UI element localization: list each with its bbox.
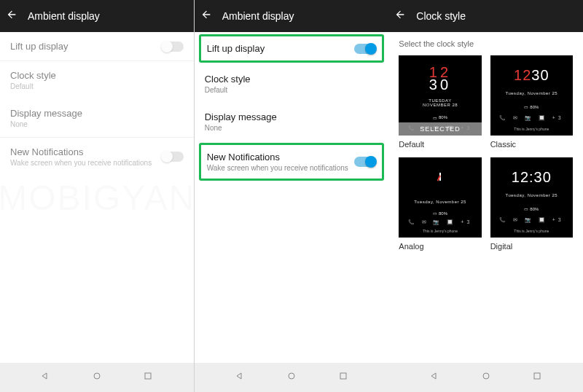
clock-style-analog[interactable]: Tuesday, November 25 ▭ 80% 📞 ✉ 📷 🔲 +3 Th… xyxy=(399,157,481,251)
nav-back-icon[interactable] xyxy=(234,370,246,385)
row-label: Lift up display xyxy=(207,43,265,54)
clock-owner: This is Jenny's phone xyxy=(514,229,549,233)
nav-back-icon[interactable] xyxy=(39,370,51,385)
android-navbar xyxy=(0,363,194,392)
nav-back-icon[interactable] xyxy=(429,370,440,385)
highlight-new-notifications: New Notifications Wake screen when you r… xyxy=(199,143,385,181)
clock-date: Tuesday, November 25 xyxy=(414,200,466,204)
back-arrow-icon[interactable] xyxy=(394,9,406,23)
nav-recents-icon[interactable] xyxy=(142,370,154,385)
clock-style-content: Select the clock style 12 30 TUESDAY NOV… xyxy=(388,32,583,363)
clock-date: Tuesday, November 25 xyxy=(505,193,557,197)
appbar: Ambient display xyxy=(0,0,194,32)
svg-rect-1 xyxy=(145,373,151,379)
clock-caption: Default xyxy=(399,140,481,149)
svg-rect-3 xyxy=(340,373,346,379)
switch-new-notifications[interactable] xyxy=(354,157,376,167)
clock-battery: ▭ 80% xyxy=(524,104,539,109)
nav-recents-icon[interactable] xyxy=(531,370,543,385)
row-label: Lift up display xyxy=(10,41,69,52)
row-lift-up-display[interactable]: Lift up display xyxy=(201,36,383,60)
clock-date: TUESDAY NOVEMBER 28 xyxy=(423,98,458,107)
clock-owner: This is Jenny's phone xyxy=(514,127,549,131)
row-label: Clock style xyxy=(10,70,56,81)
switch-new-notifications[interactable] xyxy=(162,152,184,162)
clock-date: Tuesday, November 25 xyxy=(505,91,557,95)
switch-lift-up-display[interactable] xyxy=(354,44,376,54)
selected-banner: SELECTED xyxy=(399,122,481,136)
back-arrow-icon[interactable] xyxy=(200,9,212,23)
clock-hour: 12 xyxy=(514,67,531,83)
row-sublabel: Default xyxy=(10,82,56,90)
clock-style-subheader: Select the clock style xyxy=(388,32,583,55)
row-label: New Notifications xyxy=(10,146,152,157)
row-sublabel: Default xyxy=(205,86,251,94)
row-sublabel: Wake screen when you receive notificatio… xyxy=(207,164,348,172)
appbar-title: Ambient display xyxy=(222,10,294,22)
row-new-notifications[interactable]: New Notifications Wake screen when you r… xyxy=(201,145,383,179)
pane-ambient-display-disabled: Ambient display MOBIGYAN Lift up display… xyxy=(0,0,195,392)
clock-time: 12:30 xyxy=(512,169,552,186)
clock-owner: This is Jenny's phone xyxy=(423,229,458,233)
row-new-notifications[interactable]: New Notifications Wake screen when you r… xyxy=(0,138,194,176)
clock-style-grid: 12 30 TUESDAY NOVEMBER 28 ▭ 80% 📞 ✉ 📷 🔲 … xyxy=(388,55,583,251)
clock-style-classic[interactable]: 1230 Tuesday, November 25 ▭ 80% 📞 ✉ 📷 🔲 … xyxy=(490,55,573,149)
svg-point-0 xyxy=(94,373,100,379)
row-sublabel: Wake screen when you receive notificatio… xyxy=(10,159,152,167)
row-label: Display message xyxy=(205,111,277,122)
row-sublabel: None xyxy=(10,120,82,128)
appbar-title: Clock style xyxy=(416,10,466,22)
appbar: Clock style xyxy=(388,0,583,32)
nav-home-icon[interactable] xyxy=(91,370,103,385)
android-navbar xyxy=(195,363,389,392)
android-navbar xyxy=(388,363,583,392)
appbar: Ambient display xyxy=(195,0,389,32)
row-label: New Notifications xyxy=(207,152,348,162)
svg-point-2 xyxy=(289,373,294,379)
analog-clock-icon xyxy=(428,168,453,193)
clock-icons-row: 📞 ✉ 📷 🔲 +3 xyxy=(499,115,564,121)
back-arrow-icon[interactable] xyxy=(6,9,17,23)
clock-style-digital[interactable]: 12:30 Tuesday, November 25 ▭ 80% 📞 ✉ 📷 🔲… xyxy=(490,157,573,251)
clock-icons-row: 📞 ✉ 📷 🔲 +3 xyxy=(408,219,473,225)
pane-ambient-display-enabled: Ambient display Lift up display Clock st… xyxy=(195,0,389,392)
clock-preview-digital: 12:30 Tuesday, November 25 ▭ 80% 📞 ✉ 📷 🔲… xyxy=(490,157,573,238)
svg-point-4 xyxy=(483,373,489,379)
row-label: Display message xyxy=(10,108,82,119)
clock-preview-analog: Tuesday, November 25 ▭ 80% 📞 ✉ 📷 🔲 +3 Th… xyxy=(399,157,481,238)
settings-list: MOBIGYAN Lift up display Clock style Def… xyxy=(0,32,194,363)
clock-minute: 30 xyxy=(429,79,451,91)
clock-preview-default: 12 30 TUESDAY NOVEMBER 28 ▭ 80% 📞 ✉ 📷 🔲 … xyxy=(399,55,481,136)
clock-battery: ▭ 80% xyxy=(433,115,447,120)
row-label: Clock style xyxy=(205,74,251,85)
watermark-text: MOBIGYAN xyxy=(0,178,195,218)
nav-recents-icon[interactable] xyxy=(337,370,349,385)
svg-rect-5 xyxy=(534,373,540,379)
clock-caption: Digital xyxy=(490,242,573,251)
clock-minute: 30 xyxy=(531,67,549,83)
clock-caption: Analog xyxy=(399,242,481,251)
appbar-title: Ambient display xyxy=(28,10,100,22)
clock-icons-row: 📞 ✉ 📷 🔲 +3 xyxy=(499,217,564,223)
row-display-message[interactable]: Display message None xyxy=(195,103,389,141)
row-sublabel: None xyxy=(205,124,277,132)
clock-preview-classic: 1230 Tuesday, November 25 ▭ 80% 📞 ✉ 📷 🔲 … xyxy=(490,55,573,136)
settings-list: Lift up display Clock style Default Disp… xyxy=(195,32,389,363)
clock-battery: ▭ 80% xyxy=(433,211,447,216)
row-display-message[interactable]: Display message None xyxy=(0,99,194,137)
pane-clock-style: Clock style Select the clock style 12 30… xyxy=(388,0,583,392)
highlight-lift-up: Lift up display xyxy=(199,34,385,63)
clock-caption: Classic xyxy=(490,140,573,149)
switch-lift-up-display[interactable] xyxy=(162,42,184,52)
clock-style-default[interactable]: 12 30 TUESDAY NOVEMBER 28 ▭ 80% 📞 ✉ 📷 🔲 … xyxy=(399,55,481,149)
row-clock-style[interactable]: Clock style Default xyxy=(195,65,389,103)
row-lift-up-display[interactable]: Lift up display xyxy=(0,32,194,60)
nav-home-icon[interactable] xyxy=(286,370,297,385)
row-clock-style[interactable]: Clock style Default xyxy=(0,61,194,99)
clock-battery: ▭ 80% xyxy=(524,206,539,211)
nav-home-icon[interactable] xyxy=(480,370,492,385)
